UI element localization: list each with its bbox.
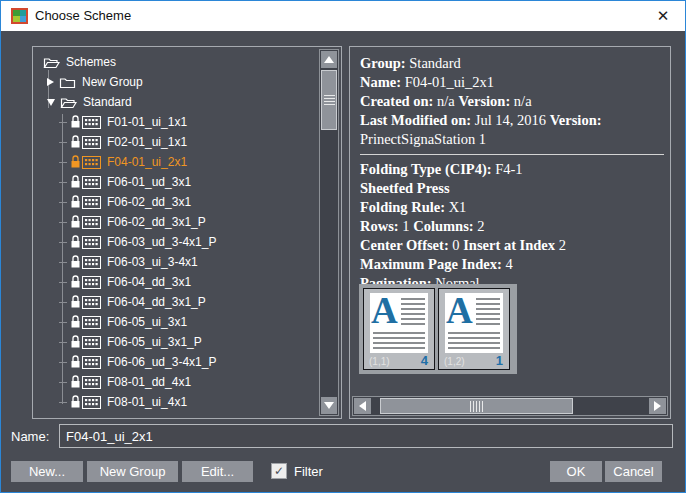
- edit-button[interactable]: Edit...: [182, 461, 253, 482]
- scheme-tree: SchemesNew GroupStandard F01-01_ui_1x1 F…: [35, 52, 316, 416]
- scheme-grid-icon: [82, 256, 101, 269]
- ok-button[interactable]: OK: [550, 461, 602, 482]
- scheme-grid-icon: [82, 336, 101, 349]
- tree-connector: [59, 182, 67, 183]
- tree-item[interactable]: F06-04_dd_3x1_P: [35, 292, 316, 312]
- tree-label: F06-04_dd_3x1_P: [107, 292, 206, 312]
- tree-group[interactable]: New Group: [35, 72, 316, 92]
- details-line: Group: Standard: [360, 54, 664, 73]
- page-thumbnail[interactable]: A (1,2) 1: [438, 288, 510, 370]
- tree-label: F06-01_ud_3x1: [107, 172, 191, 192]
- page-coordinate: (1,1): [369, 356, 390, 367]
- details-line: Name: F04-01_ui_2x1: [360, 73, 664, 92]
- lock-icon: [70, 355, 81, 369]
- tree-label: F06-05_ui_3x1_P: [107, 332, 202, 352]
- details-line: Maximum Page Index: 4: [360, 255, 664, 274]
- scheme-grid-icon: [82, 196, 101, 209]
- folder-closed-icon: [59, 76, 76, 89]
- lock-icon: [70, 155, 81, 169]
- tree-label: New Group: [82, 72, 143, 92]
- scroll-right-button[interactable]: [649, 398, 666, 414]
- arrow-left-icon: [359, 401, 366, 411]
- tree-item[interactable]: F06-03_ui_3-4x1: [35, 252, 316, 272]
- name-input[interactable]: [59, 424, 673, 448]
- tree-connector: [59, 242, 67, 243]
- tree-label: F06-03_ud_3-4x1_P: [107, 232, 216, 252]
- details-line: Last Modified on: Jul 14, 2016 Version: …: [360, 111, 664, 149]
- tree-root[interactable]: Schemes: [35, 52, 316, 72]
- lock-icon: [70, 395, 81, 409]
- cancel-button[interactable]: Cancel: [605, 461, 662, 482]
- lock-icon: [70, 175, 81, 189]
- horizontal-scrollbar-thumb[interactable]: [380, 398, 573, 414]
- scroll-down-button[interactable]: [321, 397, 337, 414]
- tree-item[interactable]: F01-01_ui_1x1: [35, 112, 316, 132]
- tree-item[interactable]: F06-05_ui_3x1: [35, 312, 316, 332]
- grip-icon: [324, 95, 335, 106]
- filter-checkbox[interactable]: ✓: [271, 463, 287, 479]
- folder-open-icon: [43, 56, 60, 69]
- details-line: Sheetfed Press: [360, 179, 664, 198]
- tree-item[interactable]: F06-05_ui_3x1_P: [35, 332, 316, 352]
- lock-icon: [70, 195, 81, 209]
- tree-label: Standard: [83, 92, 132, 112]
- scheme-grid-icon: [82, 296, 101, 309]
- new-button[interactable]: New...: [11, 461, 83, 482]
- scheme-grid-icon: [82, 356, 101, 369]
- tree-item[interactable]: F06-01_ud_3x1: [35, 172, 316, 192]
- tree-connector: [59, 382, 67, 383]
- preview-horizontal-scrollbar[interactable]: [352, 396, 668, 416]
- tree-connector: [59, 302, 67, 303]
- lock-icon: [70, 235, 81, 249]
- page-coordinate: (1,2): [444, 356, 465, 367]
- text-lines: [401, 298, 425, 328]
- lock-icon: [70, 295, 81, 309]
- scheme-grid-icon: [82, 116, 101, 129]
- tree-item[interactable]: F06-02_dd_3x1: [35, 192, 316, 212]
- tree-item[interactable]: F04-01_ui_2x1: [35, 152, 316, 172]
- tree-item[interactable]: F06-02_dd_3x1_P: [35, 212, 316, 232]
- scheme-grid-icon: [82, 376, 101, 389]
- page-letter: A: [371, 293, 398, 332]
- tree-group[interactable]: Standard: [35, 92, 316, 112]
- tree-label: F02-01_ui_1x1: [107, 132, 187, 152]
- details-line: Rows: 1 Columns: 2: [360, 217, 664, 236]
- tree-item[interactable]: F06-06_ud_3-4x1_P: [35, 352, 316, 372]
- app-icon: [11, 8, 28, 24]
- tree-label: Schemes: [66, 52, 116, 72]
- scroll-up-button[interactable]: [321, 51, 337, 68]
- tree-connector: [59, 322, 67, 323]
- expander-expanded-icon[interactable]: [47, 99, 55, 106]
- tree-item[interactable]: F06-04_dd_3x1: [35, 272, 316, 292]
- tree-connector: [59, 122, 67, 123]
- lock-icon: [70, 255, 81, 269]
- details-line: Folding Type (CIP4): F4-1: [360, 160, 664, 179]
- scheme-grid-icon: [82, 156, 101, 169]
- page-preview: A: [370, 293, 428, 353]
- lock-icon: [70, 115, 81, 129]
- tree-item[interactable]: F08-01_dd_4x1: [35, 372, 316, 392]
- close-icon[interactable]: ✕: [641, 1, 685, 31]
- tree-vertical-scrollbar[interactable]: [319, 49, 339, 416]
- window-title: Choose Scheme: [35, 1, 131, 31]
- tree-item[interactable]: F02-01_ui_1x1: [35, 132, 316, 152]
- tree-item[interactable]: F08-01_ui_4x1: [35, 392, 316, 412]
- tree-label: F06-06_ud_3-4x1_P: [107, 352, 216, 372]
- vertical-scrollbar-thumb[interactable]: [321, 70, 337, 130]
- tree-label: F06-04_dd_3x1: [107, 272, 191, 292]
- scheme-grid-icon: [82, 396, 101, 409]
- scheme-details-panel: Group: StandardName: F04-01_ui_2x1Create…: [349, 46, 671, 419]
- tree-connector: [59, 342, 67, 343]
- text-lines: [373, 332, 425, 351]
- new-group-button[interactable]: New Group: [87, 461, 178, 482]
- scheme-grid-icon: [82, 216, 101, 229]
- arrow-down-icon: [324, 402, 334, 409]
- expander-collapsed-icon[interactable]: [47, 78, 54, 86]
- choose-scheme-dialog: Choose Scheme ✕ SchemesNew GroupStandard…: [0, 0, 686, 493]
- filter-label: Filter: [294, 461, 323, 482]
- scroll-left-button[interactable]: [354, 398, 371, 414]
- tree-item[interactable]: F06-03_ud_3-4x1_P: [35, 232, 316, 252]
- scheme-grid-icon: [82, 176, 101, 189]
- page-thumbnail[interactable]: A (1,1) 4: [363, 288, 435, 370]
- scheme-tree-panel: SchemesNew GroupStandard F01-01_ui_1x1 F…: [32, 46, 342, 419]
